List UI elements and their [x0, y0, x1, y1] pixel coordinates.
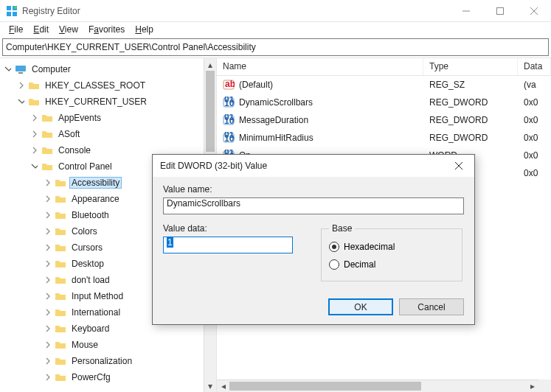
string-value-icon: ab [223, 79, 235, 91]
svg-rect-2 [7, 12, 11, 16]
tree-node[interactable]: Mouse [43, 337, 216, 353]
tree-node[interactable]: Personalization [43, 353, 216, 369]
value-name: MessageDuration [239, 115, 308, 125]
chevron-right-icon[interactable] [43, 275, 53, 285]
folder-icon [55, 274, 66, 286]
chevron-right-icon[interactable] [16, 80, 27, 91]
menu-favorites[interactable]: Favorites [84, 23, 129, 36]
value-name-input[interactable]: DynamicScrollbars [163, 197, 464, 214]
list-row[interactable]: 01101001MinimumHitRadiusREG_DWORD0x0 [217, 129, 551, 147]
chevron-right-icon[interactable] [43, 323, 53, 334]
value-data-label: Value data: [163, 223, 303, 234]
value-data: 0x0 [518, 168, 551, 178]
scrollbar-thumb[interactable] [206, 71, 215, 152]
folder-icon [28, 80, 40, 91]
chevron-right-icon[interactable] [43, 210, 53, 220]
dialog-title: Edit DWORD (32-bit) Value [160, 161, 443, 171]
scroll-right-icon[interactable]: ▸ [526, 380, 538, 392]
chevron-right-icon[interactable] [43, 242, 53, 253]
tree-label: AppEvents [56, 112, 103, 124]
list-horizontal-scrollbar[interactable]: ◂ ▸ [217, 379, 538, 392]
list-header: Name Type Data [217, 58, 551, 76]
tree-node-hkcu[interactable]: HKEY_CURRENT_USER [16, 94, 216, 110]
list-row[interactable]: 01101001MessageDurationREG_DWORD0x0 [217, 111, 551, 129]
folder-icon [55, 339, 66, 351]
value-data-text: 1 [167, 237, 173, 248]
svg-rect-3 [13, 12, 17, 16]
column-name[interactable]: Name [217, 58, 423, 75]
chevron-down-icon[interactable] [16, 97, 27, 107]
cancel-button[interactable]: Cancel [399, 298, 464, 315]
tree-label: Colors [69, 225, 100, 237]
tree-node[interactable]: PowerCfg [43, 369, 216, 385]
dialog-titlebar[interactable]: Edit DWORD (32-bit) Value [153, 155, 474, 177]
maximize-button[interactable] [483, 0, 517, 22]
chevron-down-icon[interactable] [3, 64, 13, 74]
computer-icon [15, 63, 27, 75]
chevron-right-icon[interactable] [43, 259, 53, 269]
scrollbar-corner [538, 379, 551, 392]
ok-button[interactable]: OK [328, 298, 393, 315]
chevron-right-icon[interactable] [43, 291, 53, 301]
list-row[interactable]: ab(Default)REG_SZ(va [217, 76, 551, 94]
tree-label: ASoft [56, 128, 82, 140]
radio-icon[interactable] [329, 259, 339, 270]
svg-point-4 [14, 6, 17, 9]
folder-icon [55, 177, 66, 189]
list-row[interactable]: 01101001DynamicScrollbarsREG_DWORD0x0 [217, 94, 551, 111]
svg-text:1001: 1001 [224, 116, 235, 126]
value-data-input[interactable]: 1 [163, 237, 293, 253]
radio-icon[interactable] [329, 242, 339, 252]
chevron-right-icon[interactable] [30, 113, 40, 123]
dialog-close-button[interactable] [443, 155, 474, 177]
edit-dword-dialog: Edit DWORD (32-bit) Value Value name: Dy… [152, 154, 475, 325]
svg-rect-0 [7, 6, 11, 10]
value-name-text: DynamicScrollbars [167, 198, 240, 209]
minimize-button[interactable] [449, 0, 483, 22]
scroll-left-icon[interactable]: ◂ [217, 380, 229, 392]
chevron-right-icon[interactable] [30, 129, 40, 139]
menu-view[interactable]: View [55, 23, 83, 36]
menu-help[interactable]: Help [131, 23, 158, 36]
tree-label: don't load [69, 274, 112, 286]
folder-icon [55, 242, 66, 253]
chevron-right-icon[interactable] [43, 226, 53, 237]
menu-file[interactable]: File [4, 23, 27, 36]
radio-hexadecimal[interactable]: Hexadecimal [329, 238, 454, 256]
address-bar[interactable]: Computer\HKEY_CURRENT_USER\Control Panel… [2, 38, 549, 56]
value-name: DynamicScrollbars [239, 97, 313, 108]
window-controls [449, 0, 551, 22]
tree-node[interactable]: AppEvents [30, 110, 216, 126]
chevron-right-icon[interactable] [43, 178, 53, 188]
folder-icon [41, 161, 53, 172]
tree-label: Accessibility [69, 177, 122, 189]
folder-icon [41, 128, 53, 140]
chevron-right-icon[interactable] [43, 340, 53, 350]
tree-node-computer[interactable]: Computer [3, 61, 216, 77]
chevron-right-icon[interactable] [43, 307, 53, 318]
svg-rect-10 [18, 72, 23, 74]
scroll-down-icon[interactable]: ▾ [204, 379, 216, 392]
menu-edit[interactable]: Edit [29, 23, 53, 36]
radio-label: Hexadecimal [344, 242, 395, 252]
scrollbar-thumb[interactable] [229, 382, 421, 391]
close-button[interactable] [517, 0, 551, 22]
column-data[interactable]: Data [518, 58, 551, 75]
chevron-right-icon[interactable] [30, 145, 40, 155]
folder-icon [41, 144, 53, 156]
radio-label: Decimal [344, 259, 375, 270]
chevron-right-icon[interactable] [43, 356, 53, 366]
radio-decimal[interactable]: Decimal [329, 256, 454, 273]
tree-node[interactable]: ASoft [30, 126, 216, 142]
chevron-right-icon[interactable] [43, 372, 53, 382]
base-fieldset: Base Hexadecimal Decimal [321, 223, 462, 281]
tree-label: Cursors [69, 242, 105, 253]
binary-value-icon: 01101001 [223, 97, 235, 108]
svg-rect-6 [497, 7, 504, 14]
chevron-down-icon[interactable] [30, 161, 40, 172]
column-type[interactable]: Type [423, 58, 518, 75]
tree-node-hkcr[interactable]: HKEY_CLASSES_ROOT [16, 77, 216, 94]
chevron-right-icon[interactable] [43, 194, 53, 204]
scroll-up-icon[interactable]: ▴ [204, 58, 216, 71]
folder-icon [55, 209, 66, 221]
